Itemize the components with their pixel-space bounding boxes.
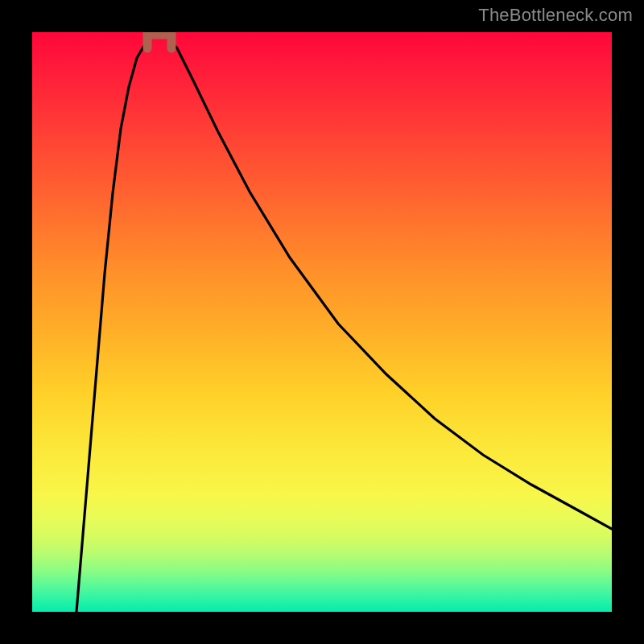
curve-right-branch xyxy=(170,40,612,529)
optimal-point-marker xyxy=(147,32,171,48)
watermark-text: TheBottleneck.com xyxy=(478,5,633,26)
curve-svg xyxy=(32,32,612,612)
plot-area xyxy=(32,32,612,612)
chart-frame: TheBottleneck.com xyxy=(0,0,644,644)
curve-left-branch xyxy=(76,40,149,612)
